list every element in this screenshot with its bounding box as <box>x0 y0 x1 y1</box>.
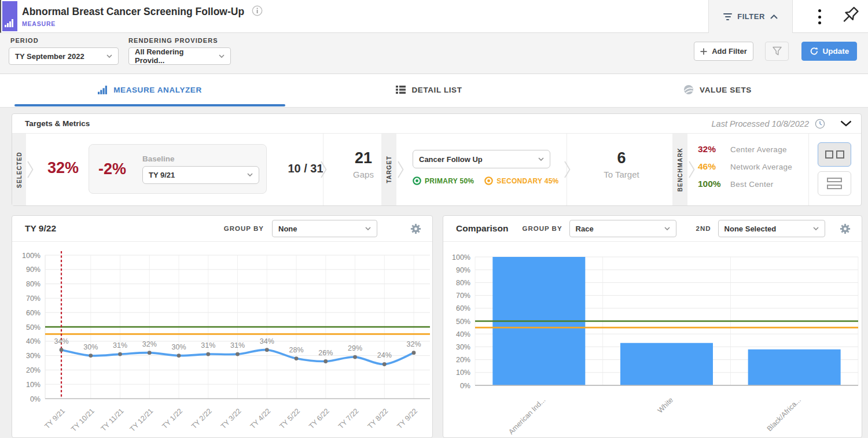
tab-measure-analyzer[interactable]: MEASURE ANALYZER <box>14 74 285 105</box>
benchmark-section-label: BENCHMARK <box>672 134 687 205</box>
svg-text:TY 1/22: TY 1/22 <box>160 407 184 430</box>
svg-text:40%: 40% <box>26 337 41 345</box>
svg-text:90%: 90% <box>26 266 41 274</box>
svg-text:31%: 31% <box>201 341 215 349</box>
section-chevron <box>398 161 404 178</box>
group-by-label: GROUP BY <box>224 225 264 232</box>
comparison-panel: Comparison GROUP BY Race 2ND None Select… <box>443 215 862 438</box>
globe-icon <box>683 84 694 95</box>
svg-text:50%: 50% <box>456 318 470 326</box>
tab-value-sets[interactable]: VALUE SETS <box>573 74 862 105</box>
plus-icon <box>700 48 707 55</box>
chevron-down-icon <box>538 157 544 161</box>
layout-toggle-group <box>818 142 851 196</box>
active-tab-indicator <box>14 104 285 106</box>
measure-badge: MEASURE <box>22 20 263 27</box>
svg-text:TY 9/22: TY 9/22 <box>395 407 419 430</box>
svg-text:24%: 24% <box>377 351 392 359</box>
trend-panel: TY 9/22 GROUP BY None 0%10%20%30%40%50%6… <box>12 215 433 438</box>
svg-text:29%: 29% <box>348 344 362 352</box>
svg-text:TY 10/21: TY 10/21 <box>69 407 96 433</box>
stacked-layout-button[interactable] <box>818 171 851 196</box>
more-options-menu[interactable] <box>816 9 823 24</box>
targets-metrics-title: Targets & Metrics <box>25 119 90 128</box>
target-select[interactable]: Cancer Follow Up <box>413 150 550 168</box>
svg-text:31%: 31% <box>230 341 245 349</box>
svg-text:30%: 30% <box>83 343 98 351</box>
tab-detail-list[interactable]: DETAIL LIST <box>285 74 573 105</box>
svg-text:TY 9/21: TY 9/21 <box>43 407 67 430</box>
gear-icon[interactable] <box>410 223 422 235</box>
funnel-filter-button[interactable] <box>765 42 789 61</box>
svg-text:26%: 26% <box>318 349 333 357</box>
bar-chart-icon <box>98 86 108 94</box>
benchmark-row: 46% Network Average <box>698 158 792 175</box>
svg-text:TY 4/22: TY 4/22 <box>249 407 273 430</box>
refresh-icon <box>810 47 818 56</box>
measure-logo <box>2 1 17 31</box>
svg-text:50%: 50% <box>26 323 41 332</box>
svg-text:32%: 32% <box>142 340 157 348</box>
baseline-select[interactable]: TY 9/21 <box>142 166 259 184</box>
chevron-up-icon <box>770 14 778 19</box>
last-processed-text: Last Processed 10/8/2022 <box>712 119 809 128</box>
divider <box>808 134 809 205</box>
filter-bar: PERIOD TY September 2022 RENDERING PROVI… <box>0 33 868 74</box>
collapse-panel-chevron[interactable] <box>840 120 852 127</box>
selected-rate-value: 32% <box>34 159 92 177</box>
svg-text:American Ind...: American Ind... <box>507 396 547 436</box>
comparison-second-select[interactable]: None Selected <box>718 220 825 237</box>
baseline-label: Baseline <box>142 154 259 163</box>
main-tabs: MEASURE ANALYZER DETAIL LIST VALUE SETS <box>0 74 868 108</box>
selected-section-label: SELECTED <box>12 134 26 205</box>
svg-text:0%: 0% <box>460 382 470 390</box>
second-group-label: 2ND <box>696 225 711 232</box>
svg-text:TY 5/22: TY 5/22 <box>278 407 301 430</box>
add-filter-button[interactable]: Add Filter <box>694 42 753 61</box>
providers-label: RENDERING PROVIDERS <box>128 37 218 44</box>
section-chevron <box>321 161 327 178</box>
svg-text:TY 11/21: TY 11/21 <box>100 407 126 433</box>
svg-text:90%: 90% <box>456 266 470 274</box>
svg-text:TY 6/22: TY 6/22 <box>307 407 331 430</box>
providers-select[interactable]: All Rendering Provid... <box>128 47 231 65</box>
gear-icon[interactable] <box>839 223 851 235</box>
svg-text:40%: 40% <box>456 330 470 338</box>
comparison-bar-chart: 0%10%20%30%40%50%60%70%80%90%100%America… <box>443 242 862 438</box>
page-title: Abnormal Breast Cancer Screening Follow-… <box>22 6 244 18</box>
trend-panel-title: TY 9/22 <box>25 223 56 234</box>
comparison-group-by-select[interactable]: Race <box>569 220 676 237</box>
target-section-label: TARGET <box>381 134 396 205</box>
to-target-stat: 6 To Target <box>587 150 656 179</box>
svg-text:TY 7/22: TY 7/22 <box>337 407 361 430</box>
period-select[interactable]: TY September 2022 <box>9 47 119 65</box>
svg-text:80%: 80% <box>26 280 41 288</box>
trend-group-by-select[interactable]: None <box>272 220 377 237</box>
chevron-down-icon <box>219 54 225 58</box>
svg-text:34%: 34% <box>260 337 274 345</box>
svg-text:32%: 32% <box>406 340 421 348</box>
app-header: Abnormal Breast Cancer Screening Follow-… <box>0 0 868 33</box>
svg-text:34%: 34% <box>54 337 68 345</box>
svg-text:100%: 100% <box>452 253 470 262</box>
filter-toggle-button[interactable]: FILTER <box>708 0 793 33</box>
two-column-layout-button[interactable] <box>818 142 851 167</box>
svg-text:70%: 70% <box>456 292 470 300</box>
svg-text:TY 12/21: TY 12/21 <box>128 407 155 433</box>
chevron-down-icon <box>664 227 670 230</box>
svg-text:60%: 60% <box>456 304 470 312</box>
secondary-target: SECONDARY 45% <box>484 176 558 185</box>
bar-chart-icon <box>5 19 14 27</box>
svg-text:100%: 100% <box>22 252 41 260</box>
svg-text:Black/Africa...: Black/Africa... <box>766 396 803 433</box>
update-button[interactable]: Update <box>801 42 857 61</box>
svg-text:80%: 80% <box>456 279 470 287</box>
pin-icon[interactable] <box>839 5 861 27</box>
trend-line-chart: 0%10%20%30%40%50%60%70%80%90%100%34%30%3… <box>12 242 432 438</box>
info-icon[interactable] <box>252 5 263 19</box>
svg-text:TY 3/22: TY 3/22 <box>219 407 243 430</box>
baseline-box: -2% Baseline TY 9/21 <box>89 144 267 194</box>
benchmark-row: 100% Best Center <box>698 175 792 193</box>
filter-lines-icon <box>723 13 732 20</box>
benchmark-list: 32% Center Average 46% Network Average 1… <box>698 141 792 193</box>
